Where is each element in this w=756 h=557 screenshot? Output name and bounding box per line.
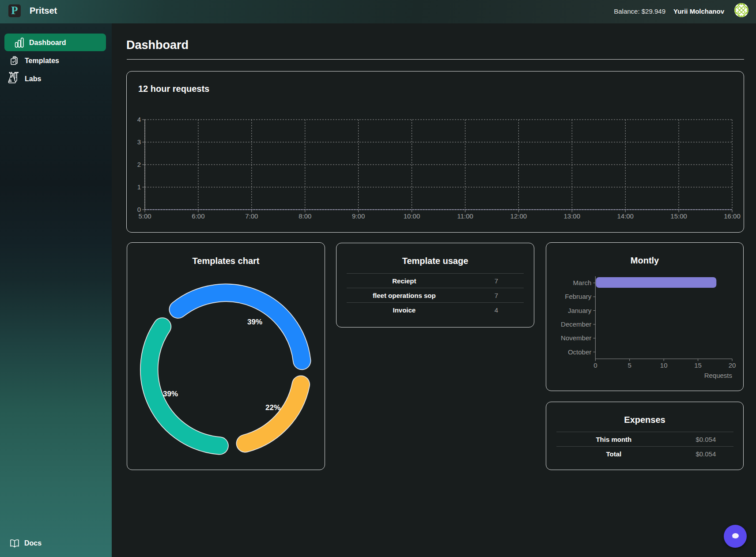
svg-text:16:00: 16:00 <box>724 212 741 220</box>
svg-text:3: 3 <box>137 138 141 146</box>
svg-text:8:00: 8:00 <box>299 212 311 220</box>
svg-text:11:00: 11:00 <box>457 212 473 220</box>
svg-text:December: December <box>561 320 591 328</box>
svg-text:January: January <box>568 307 592 314</box>
svg-text:15:00: 15:00 <box>670 212 687 220</box>
svg-text:March: March <box>573 279 592 286</box>
svg-text:10: 10 <box>660 361 668 369</box>
svg-text:Requests: Requests <box>704 372 732 379</box>
svg-text:20: 20 <box>729 361 736 369</box>
svg-text:12:00: 12:00 <box>510 212 527 220</box>
svg-text:4: 4 <box>137 116 141 123</box>
svg-text:13:00: 13:00 <box>563 212 580 220</box>
svg-text:7:00: 7:00 <box>245 212 258 220</box>
svg-text:14:00: 14:00 <box>617 212 634 220</box>
svg-text:February: February <box>565 293 592 300</box>
svg-text:5: 5 <box>628 361 631 369</box>
svg-text:October: October <box>568 348 591 356</box>
svg-text:1: 1 <box>137 183 141 191</box>
svg-text:10:00: 10:00 <box>404 212 420 220</box>
svg-text:0: 0 <box>593 361 597 369</box>
svg-text:5:00: 5:00 <box>138 212 151 220</box>
svg-text:November: November <box>561 334 591 342</box>
svg-text:9:00: 9:00 <box>352 212 365 220</box>
svg-text:2: 2 <box>137 161 141 168</box>
svg-text:6:00: 6:00 <box>192 212 204 220</box>
svg-text:15: 15 <box>694 361 702 369</box>
